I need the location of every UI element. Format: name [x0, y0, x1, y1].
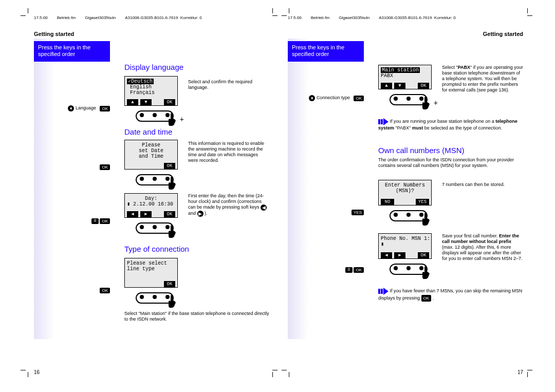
meta-file: Betrieb.fm: [57, 15, 76, 20]
softkey-down-icon: ▼: [394, 83, 405, 89]
finger-icon: [421, 96, 432, 110]
softkey-right-icon: ▶: [140, 211, 152, 217]
down-arrow-icon: ▾: [309, 95, 315, 101]
hint-language: ▾ Language OK: [34, 105, 110, 111]
keypad-icon: ⠿: [345, 267, 353, 273]
softkey-left-icon: ◀: [381, 252, 392, 258]
down-arrow-icon: ▾: [68, 105, 74, 111]
softkey-up-icon: ▲: [127, 99, 138, 105]
doc-meta-right: 17.5.00 Betrieb.fm Gigaset3035isdn A3100…: [288, 15, 523, 20]
softkey-left-icon: ◀: [127, 211, 138, 217]
desc-msn1: Save your first call number. Enter the c…: [442, 233, 523, 262]
action-strip: Press the keys in the specified order: [288, 41, 364, 62]
rocker-keys: [387, 262, 430, 274]
rocker-keys: [134, 173, 176, 185]
pointer-icon: [378, 288, 388, 295]
page-number: 16: [34, 369, 40, 375]
lcd-day: Day: ▮ 2.12.00 16:30 ◀ ▶ OK: [124, 193, 178, 218]
desc-datetime: This information is required to enable t…: [188, 141, 269, 163]
running-head: Getting started: [34, 31, 74, 37]
lcd-language: ✓Deutsch English Français ▲ ▼ OK: [124, 76, 178, 106]
rocker-keys: +: [387, 92, 430, 105]
hint-datetime-ok: OK: [34, 164, 110, 170]
hint-connection-type: ▾ Connection type OK: [288, 95, 364, 101]
meta-product: Gigaset3035isdn: [85, 15, 116, 20]
desc-enter-numbers: 7 numbers can then be stored.: [442, 182, 523, 188]
softkey-down-icon: ▼: [140, 99, 152, 105]
running-head: Getting started: [483, 31, 523, 37]
lcd-datetime: Please set Date and Time OK: [124, 140, 178, 170]
hint-linetype-ok: OK: [34, 288, 110, 293]
page-16: 17.5.00 Betrieb.fm Gigaset3035isdn A3100…: [34, 15, 269, 375]
msn-intro: The order confirmation for the ISDN conn…: [378, 157, 523, 169]
meta-date: 17.5.00: [34, 15, 48, 20]
finger-icon: [421, 265, 432, 279]
pointer-icon: [378, 118, 388, 125]
hint-yes: YES: [288, 210, 364, 215]
desc-pabx: Select "PABX" if you are operating your …: [442, 65, 523, 93]
finger-icon: [421, 212, 432, 226]
lcd-mainpabx: Main station PABX ▲ ▼ OK: [378, 65, 432, 89]
softkey-right-icon: ▶: [394, 252, 405, 258]
softkey-right-icon: ▶: [197, 211, 203, 217]
hint-day-keypad: ⠿ OK: [34, 218, 110, 224]
desc-day: First enter the day, then the time (24-h…: [188, 193, 269, 217]
softkey-left-icon: ◀: [261, 204, 267, 211]
heading-own-msn: Own call numbers (MSN): [378, 146, 465, 155]
plus-icon: +: [434, 99, 438, 107]
heading-date-time: Date and time: [124, 127, 172, 136]
heading-display-language: Display language: [124, 63, 183, 71]
meta-docid: A31008-G3035-B101-6-7619: [125, 15, 178, 20]
rocker-keys: [134, 221, 176, 233]
desc-language: Select and confirm the required language…: [188, 79, 269, 90]
lcd-msn1: Phone No. MSN 1: ▮ ◀ ▶ OK: [378, 233, 432, 259]
rocker-keys: [134, 291, 176, 303]
rocker-keys: +: [134, 109, 176, 121]
ok-badge: OK: [100, 106, 110, 111]
lcd-linetype: Please select line type OK: [124, 258, 178, 288]
action-strip: Press the keys in the specified order: [34, 41, 110, 62]
softkey-yes: YES: [416, 199, 429, 205]
page-17: 17.5.00 Betrieb.fm Gigaset3035isdn A3100…: [288, 15, 523, 375]
finger-icon: [168, 176, 178, 190]
keypad-icon: ⠿: [91, 218, 99, 224]
note-pabx: If you are running your base station tel…: [378, 118, 523, 131]
plus-icon: +: [180, 115, 184, 123]
lcd-enter-numbers: Enter Numbers (MSN)? NO YES: [378, 180, 432, 206]
finger-icon: [168, 112, 178, 126]
rocker-keys: [387, 209, 430, 221]
doc-meta-left: 17.5.00 Betrieb.fm Gigaset3035isdn A3100…: [34, 15, 269, 20]
softkey-ok: OK: [164, 99, 175, 105]
note-skip-msn: If you have fewer than 7 MSNs, you can s…: [378, 288, 523, 302]
finger-icon: [168, 224, 178, 238]
softkey-no: NO: [381, 199, 394, 205]
finger-icon: [168, 294, 178, 308]
heading-type-connection: Type of connection: [124, 245, 189, 253]
softkey-up-icon: ▲: [381, 83, 392, 89]
note-main-station: Select "Main station" if the base statio…: [124, 311, 269, 322]
hint-msn1-keypad: ⠿ OK: [288, 267, 364, 273]
page-number: 17: [517, 369, 523, 375]
